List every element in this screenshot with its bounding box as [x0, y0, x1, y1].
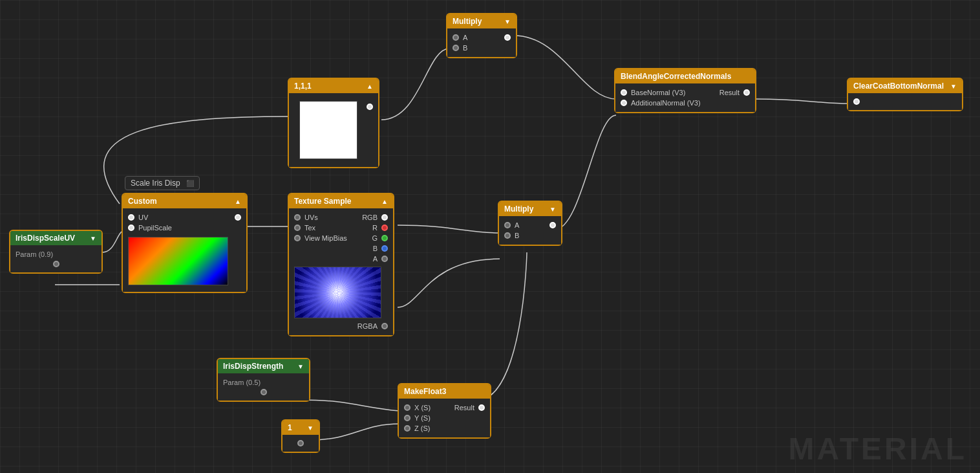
iris-disp-strength-title: IrisDispStrength — [223, 362, 283, 371]
constant-111-node: 1,1,1 ▲ — [288, 78, 379, 168]
iris-disp-scale-uv-row-param: Param (0.9) — [10, 249, 101, 259]
watermark: MATERIAL — [789, 431, 967, 467]
multiply-top-body: A B — [447, 28, 516, 57]
clearcoat-body — [848, 93, 962, 110]
iris-disp-strength-arrow[interactable]: ▼ — [297, 363, 304, 370]
port-mf3-z-in[interactable] — [404, 425, 410, 432]
iris-disp-strength-body: Param (0.5) — [218, 373, 309, 401]
port-multiply-mid-a-in[interactable] — [504, 222, 511, 228]
constant-1-header: 1 ▼ — [282, 421, 319, 435]
texture-sample-body: UVs RGB Tex R Vi — [289, 208, 393, 335]
clearcoat-node: ClearCoatBottomNormal ▼ — [847, 78, 963, 111]
port-constant-1-out[interactable] — [297, 440, 304, 446]
texture-sample-header: Texture Sample ▲ — [289, 194, 393, 208]
constant-1-arrow[interactable]: ▼ — [307, 424, 314, 432]
port-mf3-y-in[interactable] — [404, 415, 410, 421]
port-tex-rgb-out[interactable] — [381, 214, 388, 221]
custom-title: Custom — [128, 197, 157, 206]
node-graph-canvas[interactable]: Multiply ▼ A B 1,1,1 ▲ — [0, 0, 980, 473]
port-tex-a-out[interactable] — [381, 256, 388, 262]
port-tex-r-out[interactable] — [381, 225, 388, 231]
constant-111-arrow[interactable]: ▲ — [367, 83, 373, 90]
iris-disp-scale-uv-node: IrisDispScaleUV ▼ Param (0.9) — [9, 230, 103, 274]
make-float3-title: MakeFloat3 — [404, 387, 446, 396]
constant-111-title: 1,1,1 — [294, 82, 312, 91]
multiply-top-header: Multiply ▼ — [447, 14, 516, 28]
clearcoat-arrow[interactable]: ▼ — [950, 83, 957, 90]
constant-1-node: 1 ▼ — [281, 419, 320, 453]
port-multiply-mid-b-in[interactable] — [504, 232, 511, 239]
port-multiply-mid-a-out[interactable] — [549, 222, 556, 228]
multiply-top-node: Multiply ▼ A B — [446, 13, 517, 58]
texture-preview — [294, 267, 381, 318]
make-float3-body: X (S) Result Y (S) Z (S) — [399, 399, 490, 437]
port-blend-result-out[interactable] — [743, 89, 750, 96]
custom-row-uv: UV — [123, 212, 246, 223]
port-tex-b-out[interactable] — [381, 245, 388, 252]
iris-disp-scale-uv-header: IrisDispScaleUV ▼ — [10, 231, 101, 245]
port-multiply-top-a-left[interactable] — [453, 34, 459, 41]
texture-sample-arrow[interactable]: ▲ — [381, 198, 388, 205]
texture-sample-node: Texture Sample ▲ UVs RGB Tex — [288, 193, 394, 336]
texture-sample-title: Texture Sample — [294, 197, 351, 206]
port-mf3-result-out[interactable] — [478, 404, 485, 411]
iris-disp-strength-header: IrisDispStrength ▼ — [218, 359, 309, 373]
constant-111-preview-row — [289, 97, 378, 163]
multiply-top-title: Multiply — [453, 17, 482, 26]
blend-normals-body: BaseNormal (V3) Result AdditionalNormal … — [615, 83, 755, 112]
port-tex-tex-in[interactable] — [294, 225, 301, 231]
custom-arrow[interactable]: ▲ — [235, 198, 241, 205]
port-iris-disp-scale-uv-out[interactable] — [53, 261, 59, 267]
multiply-mid-arrow[interactable]: ▼ — [549, 206, 556, 213]
multiply-top-row-a: A — [447, 32, 516, 43]
blend-normals-node: BlendAngleCorrectedNormals BaseNormal (V… — [614, 68, 756, 113]
port-multiply-top-a-right[interactable] — [504, 34, 511, 41]
constant-1-body — [282, 435, 319, 452]
make-float3-node: MakeFloat3 X (S) Result Y (S) — [398, 383, 491, 439]
port-clearcoat-in[interactable] — [853, 98, 860, 105]
multiply-mid-body: A B — [499, 216, 561, 245]
blend-normals-header: BlendAngleCorrectedNormals — [615, 69, 755, 83]
iris-disp-scale-uv-title: IrisDispScaleUV — [16, 234, 75, 243]
port-custom-uv-in[interactable] — [128, 214, 134, 221]
port-custom-uv-out[interactable] — [235, 214, 241, 221]
port-blend-add-in[interactable] — [621, 100, 627, 106]
custom-header: Custom ▲ — [123, 194, 246, 208]
make-float3-header: MakeFloat3 — [399, 384, 490, 399]
clearcoat-row — [848, 97, 962, 106]
port-tex-uvs-in[interactable] — [294, 214, 301, 221]
custom-body: UV PupilScale — [123, 208, 246, 292]
multiply-mid-title: Multiply — [504, 204, 533, 214]
blend-normals-title: BlendAngleCorrectedNormals — [621, 72, 731, 81]
port-mf3-x-in[interactable] — [404, 404, 410, 411]
custom-preview — [128, 237, 228, 285]
port-tex-mip-in[interactable] — [294, 235, 301, 241]
port-custom-pupil-in[interactable] — [128, 225, 134, 231]
scale-iris-label: Scale Iris Disp ⬛ — [125, 176, 200, 190]
multiply-mid-header: Multiply ▼ — [499, 202, 561, 216]
scale-iris-label-text: Scale Iris Disp — [131, 179, 180, 188]
multiply-top-row-b: B — [447, 43, 516, 53]
clearcoat-header: ClearCoatBottomNormal ▼ — [848, 79, 962, 93]
custom-row-pupil: PupilScale — [123, 223, 246, 233]
clearcoat-title: ClearCoatBottomNormal — [853, 82, 944, 91]
multiply-top-arrow[interactable]: ▼ — [504, 18, 511, 25]
iris-disp-arrow[interactable]: ▼ — [90, 235, 96, 242]
port-constant-111-out[interactable] — [367, 104, 373, 110]
constant-111-body — [289, 93, 378, 167]
custom-node: Custom ▲ UV PupilScale — [122, 193, 248, 293]
port-blend-base-in[interactable] — [621, 89, 627, 96]
iris-disp-scale-uv-row-port — [10, 259, 101, 269]
port-multiply-top-b-left[interactable] — [453, 45, 459, 51]
constant-1-title: 1 — [288, 423, 292, 432]
port-tex-g-out[interactable] — [381, 235, 388, 241]
blend-normals-row-add: AdditionalNormal (V3) — [615, 98, 755, 108]
constant-111-header: 1,1,1 ▲ — [289, 79, 378, 93]
port-tex-rgba-out[interactable] — [381, 323, 388, 329]
constant-111-preview — [299, 101, 357, 159]
blend-normals-row-base: BaseNormal (V3) Result — [615, 87, 755, 98]
multiply-mid-node: Multiply ▼ A B — [498, 201, 562, 246]
iris-disp-strength-node: IrisDispStrength ▼ Param (0.5) — [217, 358, 310, 402]
iris-disp-scale-uv-body: Param (0.9) — [10, 245, 101, 272]
port-iris-disp-strength-out[interactable] — [261, 389, 267, 395]
